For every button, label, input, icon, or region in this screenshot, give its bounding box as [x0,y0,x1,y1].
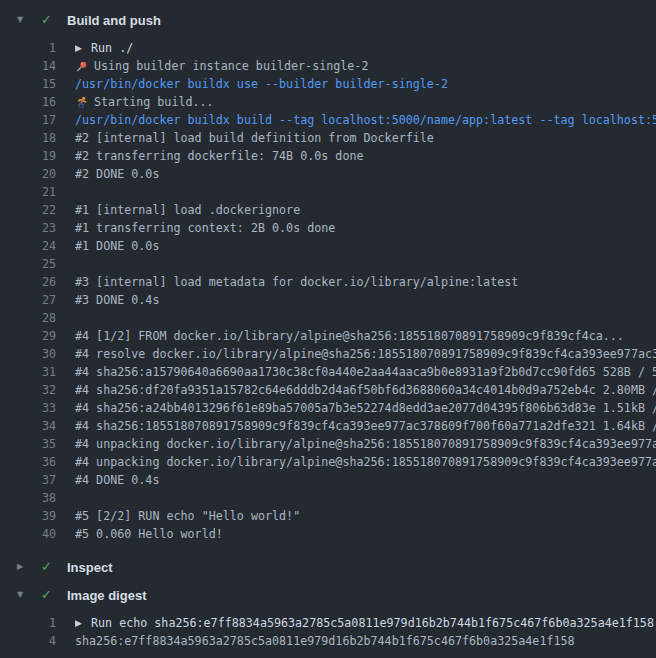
log-text: #4 resolve docker.io/library/alpine@sha2… [75,345,656,363]
log-line[interactable]: 22#1 [internal] load .dockerignore [0,201,656,219]
log-text: #4 sha256:185518070891758909c9f839cf4ca3… [75,417,656,435]
line-number[interactable]: 18 [0,129,56,147]
log-text-value: #1 transferring context: 2B 0.0s done [75,219,335,237]
log-line[interactable]: 30#4 resolve docker.io/library/alpine@sh… [0,345,656,363]
check-icon: ✓ [41,6,55,34]
line-number[interactable]: 1 [0,614,56,632]
section-image-digest: ▼✓Image digest1▶Run echo sha256:e7ff8834… [0,581,656,650]
section-header-build-and-push[interactable]: ▼✓Build and push [0,6,656,34]
line-number[interactable]: 21 [0,183,56,201]
line-number[interactable]: 35 [0,435,56,453]
log-text-value: /usr/bin/docker buildx build --tag local… [75,111,656,129]
log-line[interactable]: 24#1 DONE 0.0s [0,237,656,255]
log-line[interactable]: 21 [0,183,656,201]
log-line[interactable]: 16Starting build... [0,93,656,111]
log-text: Starting build... [75,93,214,111]
log-line[interactable]: 32#4 sha256:df20fa9351a15782c64e6dddb2d4… [0,381,656,399]
log-text: #3 DONE 0.4s [75,291,159,309]
line-number[interactable]: 37 [0,471,56,489]
log-line[interactable]: 1▶Run ./ [0,39,656,57]
log-text: #1 [internal] load .dockerignore [75,201,300,219]
line-number[interactable]: 39 [0,507,56,525]
line-number[interactable]: 38 [0,489,56,507]
line-number[interactable]: 25 [0,255,56,273]
log-line[interactable]: 38 [0,489,656,507]
section-header-image-digest[interactable]: ▼✓Image digest [0,581,656,609]
line-number[interactable]: 34 [0,417,56,435]
log-line[interactable]: 4sha256:e7ff8834a5963a2785c5a0811e979d16… [0,632,656,650]
line-number[interactable]: 28 [0,309,56,327]
log-text: /usr/bin/docker buildx use --builder bui… [75,75,448,93]
log-text: #2 [internal] load build definition from… [75,129,434,147]
log-line[interactable]: 26#3 [internal] load metadata for docker… [0,273,656,291]
log-text-value: #4 unpacking docker.io/library/alpine@sh… [75,435,656,453]
log-line[interactable]: 27#3 DONE 0.4s [0,291,656,309]
line-number[interactable]: 27 [0,291,56,309]
log-text-value: #1 [internal] load .dockerignore [75,201,300,219]
chevron-down-icon[interactable]: ▼ [17,581,29,609]
log-text: ▶Run ./ [75,39,133,57]
line-number[interactable]: 24 [0,237,56,255]
chevron-right-icon[interactable]: ▶ [17,553,29,581]
log-line[interactable]: 1▶Run echo sha256:e7ff8834a5963a2785c5a0… [0,614,656,632]
log-text: #5 [2/2] RUN echo "Hello world!" [75,507,300,525]
line-number[interactable]: 36 [0,453,56,471]
line-number[interactable]: 29 [0,327,56,345]
log-lines: 1▶Run ./14Using builder instance builder… [0,39,656,543]
log-text: #4 sha256:a15790640a6690aa1730c38cf0a440… [75,363,656,381]
log-line[interactable]: 28 [0,309,656,327]
chevron-down-icon[interactable]: ▼ [17,6,29,34]
log-text-value: #4 sha256:a15790640a6690aa1730c38cf0a440… [75,363,656,381]
line-number[interactable]: 19 [0,147,56,165]
play-icon[interactable]: ▶ [75,39,85,57]
line-number[interactable]: 14 [0,57,56,75]
line-number[interactable]: 20 [0,165,56,183]
log-line[interactable]: 39#5 [2/2] RUN echo "Hello world!" [0,507,656,525]
log-line[interactable]: 14Using builder instance builder-single-… [0,57,656,75]
log-line[interactable]: 37#4 DONE 0.4s [0,471,656,489]
line-number[interactable]: 1 [0,39,56,57]
log-line[interactable]: 25 [0,255,656,273]
log-text: #1 transferring context: 2B 0.0s done [75,219,335,237]
log-line[interactable]: 15/usr/bin/docker buildx use --builder b… [0,75,656,93]
log-line[interactable]: 34#4 sha256:185518070891758909c9f839cf4c… [0,417,656,435]
section-build-and-push: ▼✓Build and push1▶Run ./14Using builder … [0,6,656,543]
log-text: #2 transferring dockerfile: 74B 0.0s don… [75,147,364,165]
line-number[interactable]: 16 [0,93,56,111]
line-number[interactable]: 33 [0,399,56,417]
play-icon[interactable]: ▶ [75,614,85,632]
line-number[interactable]: 22 [0,201,56,219]
line-number[interactable]: 17 [0,111,56,129]
log-line[interactable]: 31#4 sha256:a15790640a6690aa1730c38cf0a4… [0,363,656,381]
log-line[interactable]: 23#1 transferring context: 2B 0.0s done [0,219,656,237]
log-text: #4 sha256:df20fa9351a15782c64e6dddb2d4a6… [75,381,656,399]
line-number[interactable]: 30 [0,345,56,363]
log-line[interactable]: 19#2 transferring dockerfile: 74B 0.0s d… [0,147,656,165]
section-inspect: ▶✓Inspect [0,553,656,581]
line-number[interactable]: 23 [0,219,56,237]
log-text-value: sha256:e7ff8834a5963a2785c5a0811e979d16b… [75,632,575,650]
log-text: #4 [1/2] FROM docker.io/library/alpine@s… [75,327,624,345]
section-header-inspect[interactable]: ▶✓Inspect [0,553,656,581]
line-number[interactable]: 31 [0,363,56,381]
line-number[interactable]: 4 [0,632,56,650]
log-line[interactable]: 36#4 unpacking docker.io/library/alpine@… [0,453,656,471]
check-icon: ✓ [41,553,55,581]
log-text-value: #4 sha256:a24bb4013296f61e89ba57005a7b3e… [75,399,656,417]
log-text: #5 0.060 Hello world! [75,525,223,543]
line-number[interactable]: 40 [0,525,56,543]
line-number[interactable]: 15 [0,75,56,93]
log-line[interactable]: 17/usr/bin/docker buildx build --tag loc… [0,111,656,129]
log-text-value: #3 [internal] load metadata for docker.i… [75,273,518,291]
log-line[interactable]: 33#4 sha256:a24bb4013296f61e89ba57005a7b… [0,399,656,417]
log-line[interactable]: 29#4 [1/2] FROM docker.io/library/alpine… [0,327,656,345]
log-line[interactable]: 40#5 0.060 Hello world! [0,525,656,543]
line-number[interactable]: 32 [0,381,56,399]
section-title: Build and push [67,13,161,28]
workflow-job-log: ▼✓Build and push1▶Run ./14Using builder … [0,0,656,658]
log-line[interactable]: 20#2 DONE 0.0s [0,165,656,183]
log-line[interactable]: 18#2 [internal] load build definition fr… [0,129,656,147]
line-number[interactable]: 26 [0,273,56,291]
log-text: #3 [internal] load metadata for docker.i… [75,273,518,291]
log-line[interactable]: 35#4 unpacking docker.io/library/alpine@… [0,435,656,453]
